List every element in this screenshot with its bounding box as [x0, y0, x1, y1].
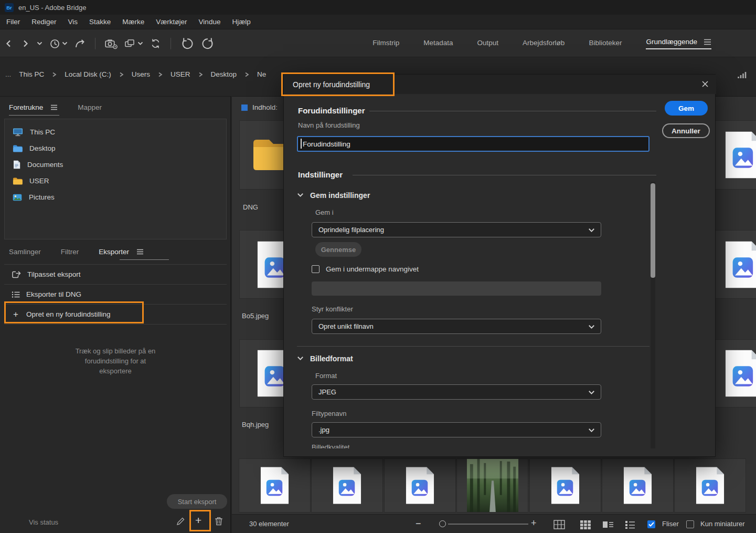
- tiles-checkbox[interactable]: [647, 520, 655, 528]
- thumbnail-label[interactable]: Bo5.jpeg: [242, 312, 269, 320]
- navigation-chevron-down-icon[interactable]: [37, 41, 42, 46]
- subfolder-checkbox[interactable]: [312, 265, 320, 273]
- thumbnail-file[interactable]: [602, 458, 674, 513]
- conflicts-dropdown[interactable]: Opret unikt filnavn: [312, 319, 601, 334]
- rotate-left-icon[interactable]: [180, 37, 194, 50]
- panel-menu-icon[interactable]: [50, 104, 58, 110]
- forward-icon[interactable]: [20, 39, 30, 48]
- export-item-label: Opret en ny forudindstilling: [26, 310, 111, 318]
- get-photos-from-camera-icon[interactable]: [105, 38, 118, 49]
- save-in-dropdown[interactable]: Oprindelig filplacering: [312, 222, 601, 237]
- history-icon[interactable]: [49, 38, 68, 49]
- zoom-out-icon[interactable]: −: [416, 519, 421, 528]
- breadcrumb-item-user[interactable]: USER: [171, 70, 190, 78]
- add-preset-button[interactable]: +: [195, 515, 201, 526]
- save-button[interactable]: Gem: [665, 101, 708, 116]
- workspace-tab-filmstrip[interactable]: Filmstrip: [372, 39, 399, 48]
- cancel-button[interactable]: Annuller: [662, 123, 710, 138]
- thumbnails-only-label[interactable]: Kun miniaturer: [700, 520, 745, 528]
- boomerang-icon[interactable]: [74, 39, 86, 49]
- thumbnail-photo-forest[interactable]: [456, 458, 528, 513]
- list-view-icon[interactable]: [625, 520, 635, 529]
- menu-stakke[interactable]: Stakke: [83, 15, 116, 29]
- zoom-in-icon[interactable]: +: [531, 518, 537, 528]
- thumbnail-label[interactable]: DNG: [243, 203, 258, 211]
- subfolder-name-input[interactable]: [312, 281, 601, 296]
- breadcrumb-item-this-pc[interactable]: This PC: [19, 70, 44, 78]
- menu-hjaelp[interactable]: Hjælp: [226, 15, 256, 29]
- favorites-item-pictures[interactable]: Pictures: [5, 189, 226, 205]
- save-settings-header[interactable]: Gem indstillinger: [310, 191, 370, 200]
- favorites-item-label: Desktop: [29, 144, 56, 152]
- edit-icon[interactable]: [176, 517, 185, 526]
- thumbnail-file[interactable]: [311, 458, 383, 513]
- menu-maerke[interactable]: Mærke: [116, 15, 150, 29]
- menu-vis[interactable]: Vis: [62, 15, 84, 29]
- favorites-item-desktop[interactable]: Desktop: [5, 140, 226, 156]
- details-view-icon[interactable]: [602, 520, 614, 529]
- image-format-header[interactable]: Billedformat: [310, 354, 353, 363]
- close-icon[interactable]: [701, 80, 709, 88]
- start-export-button[interactable]: Start eksport: [167, 494, 227, 509]
- format-dropdown[interactable]: JPEG: [312, 384, 601, 400]
- breadcrumb-item-local-disk[interactable]: Local Disk (C:): [65, 70, 111, 78]
- zoom-slider-thumb[interactable]: [439, 520, 446, 527]
- export-item-dng[interactable]: Eksporter til DNG: [4, 285, 227, 305]
- selection-square-icon[interactable]: [241, 104, 248, 111]
- menu-rediger[interactable]: Rediger: [26, 15, 62, 29]
- rotate-right-icon[interactable]: [201, 37, 215, 50]
- grid-view-icon[interactable]: [553, 520, 565, 529]
- favorites-item-documents[interactable]: Documents: [5, 156, 226, 173]
- dialog-scrollbar[interactable]: [651, 182, 655, 448]
- back-icon[interactable]: [4, 39, 14, 48]
- workspace-tab-biblioteker[interactable]: Biblioteker: [589, 39, 622, 48]
- dialog-scrollbar-thumb[interactable]: [651, 183, 655, 278]
- desktop-folder-icon: [13, 144, 23, 152]
- thumbnail-file[interactable]: [674, 458, 746, 513]
- collapse-chevron-icon[interactable]: [297, 193, 304, 197]
- subfolder-checkbox-label[interactable]: Gem i undermappe navngivet: [326, 265, 419, 273]
- panel-menu-icon[interactable]: [136, 249, 144, 255]
- workspace-tab-metadata[interactable]: Metadata: [423, 39, 453, 48]
- tab-filtrer[interactable]: Filtrer: [61, 248, 79, 256]
- browse-button[interactable]: Gennemse: [315, 242, 361, 257]
- favorites-item-user[interactable]: USER: [5, 173, 226, 189]
- workspace-tab-grundlaeggende[interactable]: Grundlæggende: [646, 38, 711, 49]
- workspace-tab-output[interactable]: Output: [477, 39, 499, 48]
- thumbnail-label[interactable]: Bqh.jpeg: [242, 421, 269, 429]
- tab-foretrukne[interactable]: Foretrukne: [9, 103, 58, 111]
- delete-icon[interactable]: [215, 516, 223, 526]
- zoom-slider-track[interactable]: [448, 524, 528, 525]
- menu-vindue[interactable]: Vindue: [193, 15, 227, 29]
- breadcrumb-item-desktop[interactable]: Desktop: [211, 70, 237, 78]
- breadcrumb-item-users[interactable]: Users: [132, 70, 150, 78]
- thumbnail-file[interactable]: [384, 458, 456, 513]
- tab-mapper[interactable]: Mapper: [78, 103, 102, 111]
- show-status-label[interactable]: Vis status: [29, 518, 58, 526]
- thumbnail-file[interactable]: [239, 458, 311, 513]
- conflicts-label: Styr konflikter: [312, 305, 353, 313]
- workspace-tab-label: Grundlæggende: [646, 38, 697, 46]
- menu-vaerktojer[interactable]: Værktøjer: [150, 15, 193, 29]
- workspace-tab-arbejdsforlob[interactable]: Arbejdsforløb: [523, 39, 565, 48]
- refresh-icon[interactable]: [150, 38, 161, 49]
- preset-name-input[interactable]: [297, 136, 649, 152]
- tab-samlinger[interactable]: Samlinger: [9, 248, 41, 256]
- filter-by-rating-icon[interactable]: [737, 71, 747, 79]
- favorites-item-this-pc[interactable]: This PC: [5, 124, 226, 140]
- breadcrumb-overflow[interactable]: ...: [5, 70, 11, 78]
- export-item-tilpasset[interactable]: Tilpasset eksport: [4, 265, 227, 285]
- extension-dropdown[interactable]: .jpg: [312, 422, 601, 437]
- tab-eksporter[interactable]: Eksporter: [99, 248, 144, 256]
- thumbnails-only-checkb[interactable]: [686, 520, 694, 528]
- thumbnail-file[interactable]: [529, 458, 601, 513]
- breadcrumb-item-clipped[interactable]: Ne: [257, 70, 266, 78]
- collapse-chevron-icon[interactable]: [297, 356, 304, 361]
- workspace-menu-icon[interactable]: [704, 39, 711, 45]
- copy-files-icon[interactable]: [124, 38, 143, 49]
- thumbnail-view-icon[interactable]: [580, 520, 591, 529]
- export-item-create-preset[interactable]: + Opret en ny forudindstilling: [4, 305, 227, 325]
- menu-filer[interactable]: Filer: [1, 15, 26, 29]
- tiles-label[interactable]: Fliser: [662, 520, 679, 528]
- tab-label: Eksporter: [99, 248, 129, 256]
